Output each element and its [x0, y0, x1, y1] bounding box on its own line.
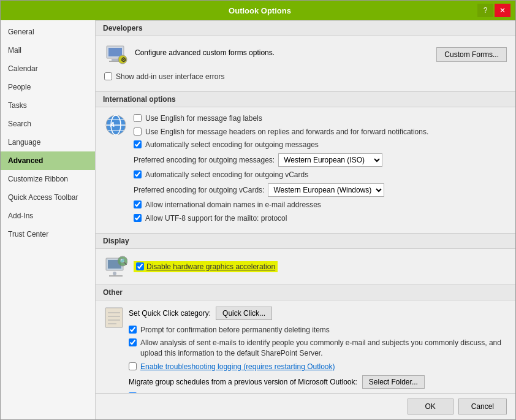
pref-outgoing-select[interactable]: Western European (ISO) — [278, 153, 382, 167]
other-opt2-label: Allow analysis of sent e-mails to identi… — [140, 338, 507, 359]
display-section: Display 🔍 — [96, 233, 515, 284]
sidebar-item-mail[interactable]: Mail — [1, 41, 95, 59]
dialog-title: Outlook Options — [42, 6, 477, 15]
scrollable-content[interactable]: Developers ⚙ — [96, 20, 515, 393]
title-bar: Outlook Options ? ✕ — [1, 1, 515, 20]
pref-vcard-row: Preferred encoding for outgoing vCards: … — [134, 183, 507, 197]
other-opt1-row: Prompt for confirmation before permanent… — [129, 325, 507, 335]
intl-opt1-label: Use English for message flag labels — [145, 113, 262, 124]
other-opt4-row: Use animations when expanding conversati… — [129, 392, 507, 393]
other-icon — [104, 307, 124, 329]
configure-text: Configure advanced custom forms options. — [135, 48, 436, 57]
other-opt3-checkbox[interactable] — [129, 362, 137, 370]
intl-opt5-checkbox[interactable] — [134, 200, 142, 208]
pref-vcard-label: Preferred encoding for outgoing vCards: — [134, 186, 264, 194]
other-opt2-row: Allow analysis of sent e-mails to identi… — [129, 338, 507, 359]
sidebar-item-tasks[interactable]: Tasks — [1, 96, 95, 115]
international-content: A Use English for message flag labels — [96, 107, 515, 233]
other-options-block: Set Quick Click category: Quick Click...… — [129, 307, 507, 393]
international-section: International options A — [96, 91, 515, 233]
developers-header: Developers — [96, 20, 515, 36]
intl-opt1-checkbox[interactable] — [134, 114, 142, 122]
other-opt1-checkbox[interactable] — [129, 326, 137, 334]
close-button[interactable]: ✕ — [495, 4, 510, 17]
developers-section: Developers ⚙ — [96, 20, 515, 91]
other-opt2-checkbox[interactable] — [129, 338, 137, 346]
show-addin-row: Show add-in user interface errors — [104, 72, 507, 82]
other-header: Other — [96, 284, 515, 300]
intl-opt3-row: Automatically select encoding for outgoi… — [134, 140, 507, 150]
configure-row: ⚙ Configure advanced custom forms option… — [104, 42, 507, 67]
sidebar-item-trust-center[interactable]: Trust Center — [1, 225, 95, 243]
svg-text:A: A — [110, 121, 115, 128]
svg-rect-15 — [109, 275, 123, 277]
select-folder-button[interactable]: Select Folder... — [362, 375, 425, 389]
sidebar-item-search[interactable]: Search — [1, 115, 95, 133]
other-opt3-label: Enable troubleshooting logging (requires… — [140, 362, 335, 372]
intl-options: Use English for message flag labels Use … — [134, 113, 507, 227]
display-header: Display — [96, 233, 515, 249]
display-content: 🔍 Disable hardware graphics acceleration — [96, 249, 515, 284]
configure-text-block: Configure advanced custom forms options. — [135, 48, 436, 61]
intl-opt4-row: Automatically select encoding for outgoi… — [134, 170, 507, 180]
cancel-button[interactable]: Cancel — [458, 399, 507, 414]
migrate-label: Migrate group schedules from a previous … — [129, 378, 357, 386]
svg-text:⚙: ⚙ — [121, 56, 126, 63]
outlook-options-dialog: Outlook Options ? ✕ General Mail Calenda… — [0, 0, 516, 420]
title-bar-controls: ? ✕ — [477, 4, 510, 17]
sidebar-item-customize-ribbon[interactable]: Customize Ribbon — [1, 170, 95, 188]
other-opt4-checkbox[interactable] — [129, 392, 137, 393]
other-opt3-link[interactable]: Enable troubleshooting logging (requires… — [140, 362, 335, 371]
show-addin-checkbox[interactable] — [104, 72, 112, 80]
sidebar: General Mail Calendar People Tasks Searc… — [1, 20, 96, 419]
intl-opt3-label: Automatically select encoding for outgoi… — [145, 140, 319, 150]
intl-opt5-row: Allow international domain names in e-ma… — [134, 200, 507, 210]
content-area: Developers ⚙ — [96, 20, 515, 419]
quick-click-button[interactable]: Quick Click... — [216, 307, 272, 320]
other-section: Other — [96, 284, 515, 393]
show-addin-label: Show add-in user interface errors — [116, 72, 224, 82]
intl-opt6-checkbox[interactable] — [134, 214, 142, 222]
display-icon: 🔍 — [104, 255, 127, 278]
other-content: Set Quick Click category: Quick Click...… — [96, 300, 515, 393]
ok-button[interactable]: OK — [408, 399, 453, 414]
quick-click-label: Set Quick Click category: — [129, 309, 211, 318]
pref-vcard-select[interactable]: Western European (Windows) — [268, 183, 384, 197]
international-header: International options — [96, 91, 515, 107]
sidebar-item-addins[interactable]: Add-Ins — [1, 207, 95, 225]
dialog-body: General Mail Calendar People Tasks Searc… — [1, 20, 515, 419]
migrate-row: Migrate group schedules from a previous … — [129, 375, 507, 389]
dev-icon: ⚙ — [104, 42, 129, 67]
quick-click-row: Set Quick Click category: Quick Click... — [129, 307, 507, 320]
developers-content: ⚙ Configure advanced custom forms option… — [96, 36, 515, 91]
sidebar-item-calendar[interactable]: Calendar — [1, 59, 95, 78]
dialog-footer: OK Cancel — [96, 393, 515, 419]
pref-outgoing-label: Preferred encoding for outgoing messages… — [134, 156, 275, 164]
sidebar-item-language[interactable]: Language — [1, 133, 95, 151]
other-opt4-label: Use animations when expanding conversati… — [140, 392, 333, 393]
intl-opt3-checkbox[interactable] — [134, 140, 142, 148]
disable-hw-highlight: Disable hardware graphics acceleration — [134, 261, 278, 272]
intl-opt4-label: Automatically select encoding for outgoi… — [145, 170, 308, 180]
sidebar-item-quick-access-toolbar[interactable]: Quick Access Toolbar — [1, 188, 95, 207]
sidebar-item-advanced[interactable]: Advanced — [1, 151, 95, 170]
intl-icon-block: A Use English for message flag labels — [104, 113, 507, 227]
svg-rect-1 — [108, 48, 122, 56]
intl-opt6-row: Allow UTF-8 support for the mailto: prot… — [134, 213, 507, 224]
sidebar-item-people[interactable]: People — [1, 78, 95, 96]
intl-opt4-checkbox[interactable] — [134, 170, 142, 178]
svg-text:🔍: 🔍 — [120, 258, 127, 265]
other-opt1-label: Prompt for confirmation before permanent… — [140, 325, 330, 335]
intl-icon: A — [104, 113, 127, 137]
intl-opt2-checkbox[interactable] — [134, 128, 142, 136]
custom-forms-button[interactable]: Custom Forms... — [436, 47, 507, 62]
intl-opt2-label: Use English for message headers on repli… — [145, 127, 428, 137]
help-button[interactable]: ? — [477, 4, 493, 17]
disable-hw-checkbox[interactable] — [136, 262, 144, 270]
svg-rect-18 — [105, 308, 123, 327]
other-opt3-row: Enable troubleshooting logging (requires… — [129, 362, 507, 372]
pref-outgoing-row: Preferred encoding for outgoing messages… — [134, 153, 507, 167]
intl-opt1-row: Use English for message flag labels — [134, 113, 507, 124]
sidebar-item-general[interactable]: General — [1, 23, 95, 41]
svg-point-14 — [113, 272, 116, 275]
